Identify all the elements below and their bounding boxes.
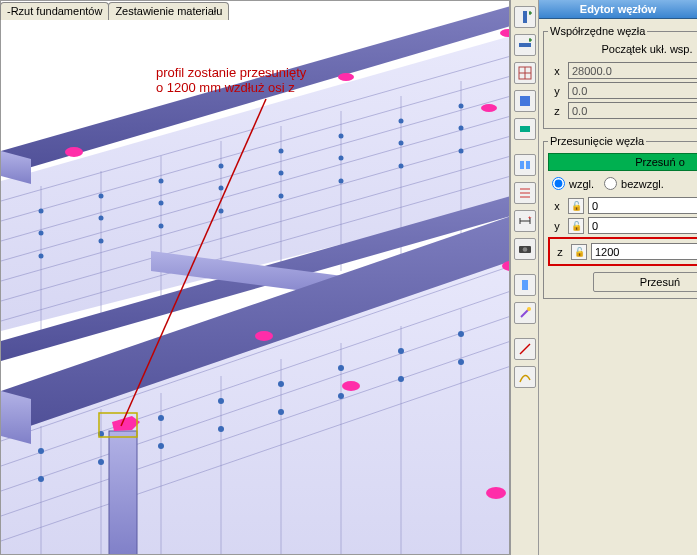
tab-materials[interactable]: Zestawienie materiału <box>108 2 229 20</box>
section-icon[interactable] <box>514 154 536 176</box>
vertical-toolbar: + <box>510 0 538 555</box>
svg-point-61 <box>458 331 464 337</box>
svg-point-40 <box>159 201 164 206</box>
svg-text:+: + <box>528 214 532 220</box>
coord-z-input <box>568 102 697 119</box>
svg-rect-99 <box>520 126 530 132</box>
svg-rect-76 <box>109 431 137 555</box>
svg-rect-98 <box>520 96 530 106</box>
svg-point-79 <box>338 73 354 81</box>
svg-point-47 <box>99 239 104 244</box>
list-icon[interactable] <box>514 182 536 204</box>
add-beam-icon[interactable] <box>514 34 536 56</box>
radio-relative-label: wzgl. <box>569 178 594 190</box>
svg-point-42 <box>279 171 284 176</box>
panel-title: Edytor węzłów <box>539 0 697 19</box>
move-legend: Przesunięcie węzła <box>548 135 646 147</box>
radio-relative-input[interactable] <box>552 177 565 190</box>
svg-point-59 <box>338 365 344 371</box>
coordinates-legend: Współrzędne węzła <box>548 25 647 37</box>
dimension-icon[interactable]: + <box>514 210 536 232</box>
svg-point-64 <box>158 443 164 449</box>
move-group: Przesunięcie węzła Przesuń o wzgl. bezwz… <box>543 135 697 299</box>
svg-point-37 <box>459 104 464 109</box>
svg-point-34 <box>279 149 284 154</box>
svg-point-113 <box>527 307 531 311</box>
radio-relative[interactable]: wzgl. <box>552 177 594 190</box>
svg-line-114 <box>520 344 530 354</box>
svg-point-43 <box>339 156 344 161</box>
svg-point-48 <box>159 224 164 229</box>
move-x-input[interactable] <box>588 197 697 214</box>
add-column-icon[interactable] <box>514 6 536 28</box>
svg-point-56 <box>158 415 164 421</box>
svg-point-82 <box>255 331 273 341</box>
svg-marker-75 <box>1 391 31 444</box>
svg-rect-100 <box>520 161 524 169</box>
svg-point-63 <box>98 459 104 465</box>
svg-point-78 <box>65 147 83 157</box>
annotation-text: profil zostanie przesunięty o 1200 mm wz… <box>156 66 306 96</box>
svg-point-33 <box>219 164 224 169</box>
svg-point-62 <box>38 476 44 482</box>
move-x-label: x <box>550 200 564 212</box>
svg-point-39 <box>99 216 104 221</box>
tab-foundation[interactable]: -Rzut fundamentów <box>0 2 109 20</box>
move-y-input[interactable] <box>588 217 697 234</box>
move-y-label: y <box>550 220 564 232</box>
magic-icon[interactable] <box>514 302 536 324</box>
tab-label: Zestawienie materiału <box>115 5 222 17</box>
coord-x-label: x <box>550 65 564 77</box>
move-z-label: z <box>553 246 567 258</box>
svg-point-80 <box>500 29 510 37</box>
annotation-line-1: profil zostanie przesunięty <box>156 66 306 81</box>
svg-point-50 <box>279 194 284 199</box>
svg-point-35 <box>339 134 344 139</box>
grid-icon[interactable] <box>514 62 536 84</box>
svg-point-66 <box>278 409 284 415</box>
svg-point-49 <box>219 209 224 214</box>
svg-rect-111 <box>522 280 528 290</box>
lock-z-icon[interactable]: 🔓 <box>571 244 587 260</box>
svg-point-46 <box>39 254 44 259</box>
coord-y-label: y <box>550 85 564 97</box>
coordinates-sublabel: Początek ukł. wsp. <box>548 41 697 59</box>
lock-x-icon[interactable]: 🔓 <box>568 198 584 214</box>
move-button[interactable]: Przesuń <box>593 272 698 292</box>
node-editor-panel: Edytor węzłów Współrzędne węzła Początek… <box>538 0 697 555</box>
wizard-icon[interactable] <box>514 274 536 296</box>
svg-point-110 <box>522 247 527 252</box>
camera-icon[interactable] <box>514 238 536 260</box>
svg-point-57 <box>218 398 224 404</box>
svg-point-41 <box>219 186 224 191</box>
plate-icon[interactable] <box>514 118 536 140</box>
coord-y-input <box>568 82 697 99</box>
svg-point-38 <box>39 231 44 236</box>
move-z-input[interactable] <box>591 243 697 260</box>
lock-y-icon[interactable]: 🔓 <box>568 218 584 234</box>
svg-point-67 <box>338 393 344 399</box>
create-icon[interactable] <box>514 90 536 112</box>
svg-point-58 <box>278 381 284 387</box>
svg-point-30 <box>39 209 44 214</box>
svg-point-53 <box>459 149 464 154</box>
svg-point-84 <box>342 381 360 391</box>
move-mode-bar: Przesuń o <box>548 153 697 171</box>
line-tool-icon[interactable] <box>514 338 536 360</box>
svg-point-54 <box>38 448 44 454</box>
radio-absolute-label: bezwzgl. <box>621 178 664 190</box>
tab-label: -Rzut fundamentów <box>7 5 102 17</box>
radio-absolute[interactable]: bezwzgl. <box>604 177 664 190</box>
annotation-line-2: o 1200 mm wzdłuż osi z <box>156 81 306 96</box>
radio-absolute-input[interactable] <box>604 177 617 190</box>
svg-point-81 <box>481 104 497 112</box>
curve-tool-icon[interactable] <box>514 366 536 388</box>
highlighted-z-row: z 🔓 [mm] <box>548 237 697 266</box>
coord-x-input <box>568 62 697 79</box>
svg-rect-89 <box>523 11 527 23</box>
svg-point-31 <box>99 194 104 199</box>
svg-rect-92 <box>519 43 531 47</box>
svg-point-51 <box>339 179 344 184</box>
svg-point-85 <box>486 487 506 499</box>
coordinates-group: Współrzędne węzła Początek ukł. wsp. x [… <box>543 25 697 129</box>
